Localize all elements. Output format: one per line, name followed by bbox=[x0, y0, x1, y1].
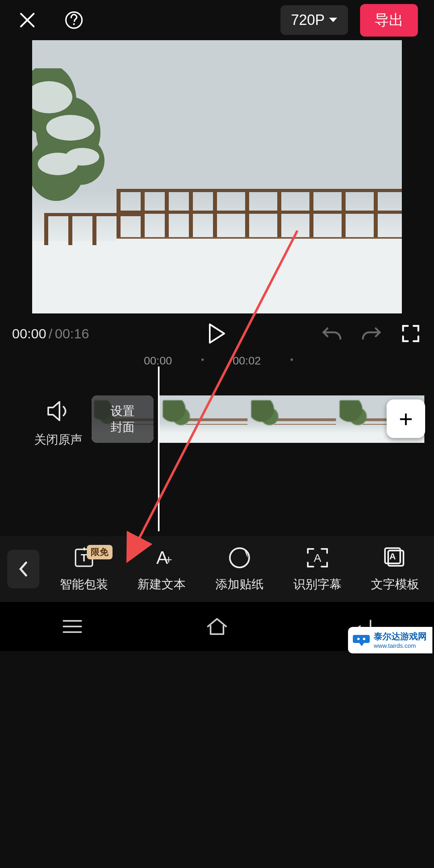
ruler-tick: 00:02 bbox=[233, 354, 261, 367]
add-clip-button[interactable]: + bbox=[387, 399, 425, 438]
timeline[interactable]: 关闭原声 设置 封面 + bbox=[0, 378, 434, 530]
help-icon bbox=[64, 10, 84, 30]
nav-menu-button[interactable] bbox=[48, 614, 96, 639]
tool-label: 添加贴纸 bbox=[215, 576, 264, 593]
svg-point-11 bbox=[66, 148, 99, 166]
export-button[interactable]: 导出 bbox=[360, 4, 418, 37]
tool-add-sticker[interactable]: 添加贴纸 bbox=[201, 546, 278, 593]
svg-point-16 bbox=[230, 548, 249, 567]
top-left-group bbox=[16, 9, 85, 31]
svg-point-25 bbox=[357, 638, 360, 640]
watermark-logo-icon bbox=[352, 631, 371, 649]
svg-text:+: + bbox=[165, 553, 172, 566]
tool-label: 新建文本 bbox=[137, 576, 186, 593]
transport-bar: 00:00 / 00:16 bbox=[0, 317, 434, 350]
text-template-icon: A bbox=[383, 547, 407, 569]
tool-label: 识别字幕 bbox=[293, 576, 342, 593]
tool-subtitle[interactable]: A 识别字幕 bbox=[278, 546, 356, 593]
top-bar: 720P 导出 bbox=[0, 0, 434, 40]
plus-icon: + bbox=[399, 405, 413, 433]
time-readout: 00:00 / 00:16 bbox=[12, 326, 89, 342]
mute-label: 关闭原声 bbox=[32, 432, 84, 448]
play-button[interactable] bbox=[206, 322, 228, 345]
current-time: 00:00 bbox=[12, 326, 46, 342]
redo-button[interactable] bbox=[360, 322, 383, 345]
bottom-toolbar: 限免 T 智能包装 A+ 新建文本 添加贴纸 A bbox=[0, 536, 434, 602]
transport-right-controls bbox=[321, 322, 422, 345]
tool-text-template[interactable]: A 文字模板 bbox=[356, 546, 434, 593]
svg-text:A: A bbox=[389, 551, 396, 561]
top-right-group: 720P 导出 bbox=[280, 4, 418, 37]
chevron-left-icon bbox=[18, 561, 29, 577]
badge-free: 限免 bbox=[87, 545, 113, 559]
resolution-label: 720P bbox=[291, 12, 325, 29]
preview-area bbox=[0, 40, 434, 313]
tool-smart-pack[interactable]: 限免 T 智能包装 bbox=[45, 546, 123, 593]
speaker-icon bbox=[45, 398, 72, 424]
set-cover-button[interactable]: 设置 封面 bbox=[92, 395, 154, 443]
resolution-button[interactable]: 720P bbox=[280, 5, 348, 35]
video-editor-root: 720P 导出 bbox=[0, 0, 434, 868]
new-text-icon: A+ bbox=[148, 546, 175, 569]
ruler-dot bbox=[291, 358, 293, 361]
close-icon bbox=[18, 11, 36, 29]
cover-label-line2: 封面 bbox=[111, 420, 135, 434]
home-icon bbox=[206, 617, 228, 636]
tool-new-text[interactable]: A+ 新建文本 bbox=[123, 546, 201, 593]
redo-icon bbox=[361, 324, 381, 343]
time-separator: / bbox=[49, 326, 52, 342]
ruler-tick: 00:00 bbox=[144, 354, 172, 367]
menu-icon bbox=[62, 618, 83, 635]
toolbar-back-button[interactable] bbox=[7, 550, 39, 588]
export-label: 导出 bbox=[375, 12, 403, 28]
help-button[interactable] bbox=[63, 9, 85, 31]
sticker-icon bbox=[228, 547, 251, 569]
tool-label: 文字模板 bbox=[371, 576, 419, 593]
clip-frame[interactable] bbox=[159, 395, 248, 443]
preview-tree bbox=[32, 68, 125, 237]
playhead[interactable] bbox=[158, 366, 160, 531]
svg-point-26 bbox=[363, 638, 365, 640]
tool-label: 智能包装 bbox=[60, 576, 108, 593]
svg-point-3 bbox=[73, 23, 75, 25]
nav-home-button[interactable] bbox=[193, 614, 241, 639]
watermark-title: 泰尔达游戏网 bbox=[374, 632, 427, 641]
ruler-dot bbox=[201, 358, 204, 361]
watermark: 泰尔达游戏网 www.tairds.com bbox=[348, 627, 432, 653]
clip-frame[interactable] bbox=[248, 395, 336, 443]
mute-toggle[interactable]: 关闭原声 bbox=[32, 398, 84, 448]
preview-platform bbox=[117, 189, 402, 281]
svg-text:A: A bbox=[313, 552, 321, 564]
chevron-down-icon bbox=[329, 17, 338, 23]
duration: 00:16 bbox=[55, 326, 89, 342]
fullscreen-icon bbox=[401, 324, 420, 343]
tool-row: 限免 T 智能包装 A+ 新建文本 添加贴纸 A bbox=[45, 546, 434, 593]
subtitle-icon: A bbox=[305, 547, 330, 569]
undo-icon bbox=[322, 324, 342, 343]
close-button[interactable] bbox=[16, 9, 39, 31]
undo-button[interactable] bbox=[321, 322, 343, 345]
video-preview[interactable] bbox=[32, 40, 402, 313]
watermark-url: www.tairds.com bbox=[374, 643, 427, 649]
fullscreen-button[interactable] bbox=[399, 322, 422, 345]
svg-text:T: T bbox=[81, 552, 87, 564]
timeline-ruler[interactable]: 00:00 00:02 bbox=[0, 350, 434, 374]
play-icon bbox=[208, 323, 226, 344]
svg-point-9 bbox=[46, 115, 94, 141]
cover-label-line1: 设置 bbox=[111, 404, 135, 418]
